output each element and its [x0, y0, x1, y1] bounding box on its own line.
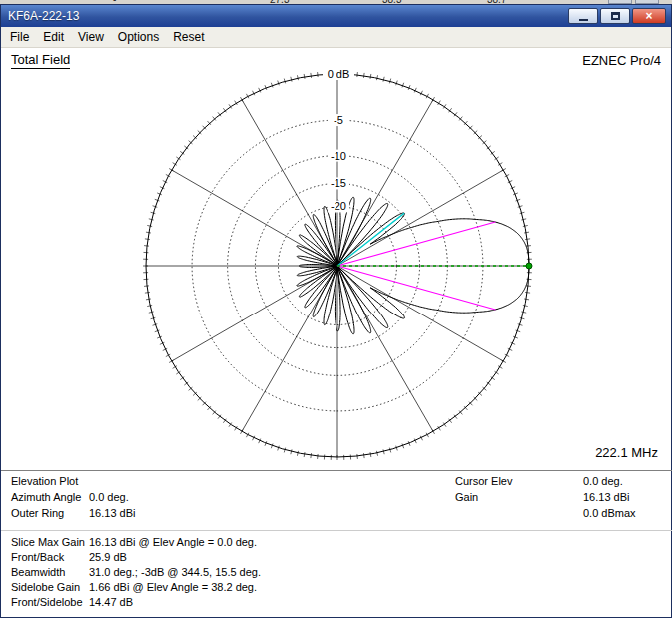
menu-options[interactable]: Options — [113, 28, 168, 46]
eznec-plot-window: KF6A-222-13 × File Edit View Options Res… — [0, 4, 672, 618]
app-name-label: EZNEC Pro/4 — [582, 53, 661, 68]
info-row: Front/Sidelobe14.47 dB — [11, 595, 261, 610]
info-value: 31.0 deg.; -3dB @ 344.5, 15.5 deg. — [89, 565, 261, 580]
info-row: Elevation Plot — [11, 473, 135, 489]
info-label — [455, 505, 583, 521]
maximize-icon — [611, 12, 620, 20]
ring-tick — [526, 246, 531, 247]
info-label: Elevation Plot — [11, 473, 89, 489]
plot-stats: Slice Max Gain16.13 dBi @ Elev Angle = 0… — [11, 535, 261, 610]
close-button[interactable]: × — [632, 8, 666, 24]
info-row: Front/Back25.9 dB — [11, 550, 261, 565]
info-panel-separator — [1, 470, 672, 471]
ring-tick — [318, 72, 319, 77]
db-label: -15 — [331, 177, 346, 189]
ring-tick — [525, 292, 530, 293]
info-value: 0.0 deg. — [583, 473, 623, 489]
info-label: Gain — [455, 489, 583, 505]
frequency-label: 222.1 MHz — [595, 445, 658, 460]
db-label: -5 — [334, 114, 343, 126]
info-row: Outer Ring16.13 dBi — [11, 505, 135, 521]
plot-info-left: Elevation Plot Azimuth Angle0.0 deg. Out… — [11, 473, 135, 521]
info-value: 16.13 dBi — [583, 489, 629, 505]
ring-tick — [525, 239, 530, 240]
polar-plot[interactable]: 0 dB-5-10-15-20 — [1, 48, 672, 470]
window-controls: × — [568, 8, 666, 24]
info-value: 1.66 dBi @ Elev Angle = 38.2 deg. — [89, 580, 257, 595]
ring-tick — [370, 74, 371, 79]
menu-bar: File Edit View Options Reset — [1, 27, 671, 48]
spoke-line — [337, 266, 503, 361]
stats-separator — [1, 530, 672, 531]
ring-tick — [144, 286, 149, 287]
menu-file[interactable]: File — [5, 28, 38, 46]
info-row: 0.0 dBmax — [455, 505, 636, 521]
cursor-info: Cursor Elev0.0 deg. Gain16.13 dBi 0.0 dB… — [455, 473, 636, 521]
ring-tick — [311, 73, 312, 78]
info-row: Cursor Elev0.0 deg. — [455, 473, 636, 489]
info-value: 16.13 dBi — [89, 505, 135, 521]
ring-tick — [304, 74, 305, 79]
info-label: Front/Back — [11, 550, 89, 565]
ring-tick — [144, 246, 149, 247]
minimize-button[interactable] — [568, 8, 598, 24]
title-bar[interactable]: KF6A-222-13 × — [1, 5, 671, 27]
minimize-icon — [579, 19, 588, 21]
ring-tick — [318, 454, 319, 459]
ring-tick — [357, 72, 358, 77]
ring-tick — [370, 452, 371, 457]
db-label: 0 dB — [328, 68, 350, 80]
info-value: 25.9 dB — [89, 550, 127, 565]
info-label: Cursor Elev — [455, 473, 583, 489]
info-label: Azimuth Angle — [11, 489, 89, 505]
ring-tick — [363, 453, 364, 458]
info-label: Outer Ring — [11, 505, 89, 521]
close-icon: × — [645, 10, 652, 22]
info-row: Azimuth Angle0.0 deg. — [11, 489, 135, 505]
info-label: Sidelobe Gain — [11, 580, 89, 595]
db-label: -10 — [331, 150, 346, 162]
ring-tick — [357, 454, 358, 459]
cursor-marker — [526, 263, 532, 269]
ring-tick — [524, 299, 529, 300]
window-title: KF6A-222-13 — [8, 9, 79, 23]
field-type-label: Total Field — [11, 52, 70, 69]
info-value: 14.47 dB — [89, 595, 133, 610]
ring-tick — [304, 452, 305, 457]
plot-client-area: 0 dB-5-10-15-20 Total Field EZNEC Pro/4 … — [1, 48, 671, 617]
info-row: Beamwidth31.0 deg.; -3dB @ 344.5, 15.5 d… — [11, 565, 261, 580]
ring-tick — [145, 292, 150, 293]
ring-tick — [146, 299, 151, 300]
info-row: Sidelobe Gain1.66 dBi @ Elev Angle = 38.… — [11, 580, 261, 595]
ring-tick — [524, 232, 529, 233]
info-row: Slice Max Gain16.13 dBi @ Elev Angle = 0… — [11, 535, 261, 550]
menu-reset[interactable]: Reset — [168, 28, 213, 46]
info-value: 0.0 dBmax — [583, 505, 636, 521]
info-row: Gain16.13 dBi — [455, 489, 636, 505]
info-value: 16.13 dBi @ Elev Angle = 0.0 deg. — [89, 535, 257, 550]
info-label: Beamwidth — [11, 565, 89, 580]
info-label: Front/Sidelobe — [11, 595, 89, 610]
spoke-line — [337, 170, 503, 266]
maximize-button[interactable] — [600, 8, 630, 24]
db-label: -20 — [331, 200, 346, 212]
ring-tick — [526, 286, 531, 287]
menu-edit[interactable]: Edit — [38, 28, 73, 46]
info-value: 0.0 deg. — [89, 489, 129, 505]
ring-tick — [311, 453, 312, 458]
info-label: Slice Max Gain — [11, 535, 89, 550]
ring-tick — [363, 73, 364, 78]
ring-tick — [146, 232, 151, 233]
ring-tick — [145, 239, 150, 240]
menu-view[interactable]: View — [73, 28, 113, 46]
